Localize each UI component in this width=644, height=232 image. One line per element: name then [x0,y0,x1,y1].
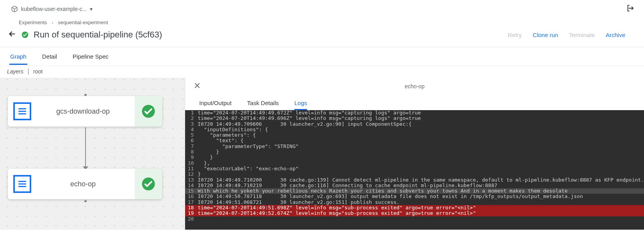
log-line[interactable]: 11 "executorLabel": "exec-echo-op" [185,166,644,171]
node-label: gcs-download-op [31,107,135,116]
log-line-text: }, [197,161,644,166]
log-line[interactable]: 20 [185,216,644,222]
divider [28,68,29,75]
log-line-text: "inputDefinitions": { [197,127,644,132]
panel-tab-io[interactable]: Input/Output [199,100,232,110]
check-circle-icon [141,104,155,118]
log-line-text: } [197,149,644,155]
log-line-number: 13 [185,177,197,183]
chevron-down-icon: ▾ [90,6,93,12]
archive-button[interactable]: Archive [606,32,625,38]
log-line[interactable]: 7 "parameterType": "STRING" [185,144,644,149]
layers-root[interactable]: root [33,68,43,75]
log-viewer[interactable]: 1time="2024-07-20T14:49:49.672Z" level=i… [185,110,644,230]
log-line-text: } [197,155,644,160]
log-line[interactable]: 15With which he yoketh your rebellious n… [185,188,644,194]
log-line-text: I0720 14:49:49.710200 30 cache.go:139] C… [197,177,644,183]
arrow-left-icon [8,30,16,38]
tab-graph[interactable]: Graph [9,48,27,65]
log-line-text: "executorLabel": "exec-echo-op" [197,166,644,171]
edge [85,127,86,168]
log-line[interactable]: 6 "text": { [185,138,644,143]
log-line-number: 12 [185,171,197,177]
log-line[interactable]: 10 }, [185,161,644,166]
retry-button: Retry [508,32,522,38]
log-line[interactable]: 1time="2024-07-20T14:49:49.672Z" level=i… [185,110,644,116]
log-line[interactable]: 13I0720 14:49:49.710200 30 cache.go:139]… [185,177,644,183]
log-line-number: 15 [185,188,197,194]
clone-run-button[interactable]: Clone run [533,32,558,38]
breadcrumb-experiment-name[interactable]: sequential-experiment [58,20,108,25]
panel-tab-logs[interactable]: Logs [294,100,307,110]
log-line[interactable]: 18time="2024-07-20T14:49:51.698Z" level=… [185,205,644,211]
panel-tabs: Input/Output Task Details Logs [185,95,644,110]
breadcrumb-experiments[interactable]: Experiments [19,20,47,25]
node-status [135,96,162,127]
log-line-number: 9 [185,155,197,160]
node-echo-op[interactable]: echo-op [8,169,162,199]
graph-canvas[interactable]: gcs-download-op echo-op [0,78,185,230]
back-button[interactable] [8,30,16,40]
edge-dot [84,200,87,202]
log-line[interactable]: 9 } [185,155,644,160]
log-line[interactable]: 19time="2024-07-20T14:49:52.674Z" level=… [185,211,644,216]
node-label: echo-op [31,180,135,188]
logout-button[interactable] [626,4,635,14]
layers-label: Layers [7,68,23,75]
log-line[interactable]: 16I0720 14:49:50.787118 30 launcher_v2.g… [185,194,644,199]
log-line-text: time="2024-07-20T14:49:51.698Z" level=in… [197,205,644,211]
log-line[interactable]: 14I0720 14:49:49.710219 30 cache.go:116]… [185,183,644,188]
main-tabs: Graph Detail Pipeline Spec [0,47,644,66]
log-line-text: "parameters": { [197,132,644,138]
log-line-text: "text": { [197,138,644,143]
log-line-text: With which he yoketh your rebellious nec… [197,188,644,194]
log-line-number: 19 [185,211,197,216]
log-line-number: 6 [185,138,197,143]
log-line-number: 16 [185,194,197,199]
log-line[interactable]: 12} [185,171,644,177]
log-line[interactable]: 8 } [185,149,644,155]
log-line[interactable]: 4 "inputDefinitions": { [185,127,644,132]
tab-detail[interactable]: Detail [41,48,58,65]
status-success-icon [21,31,29,39]
log-line-number: 3 [185,121,197,127]
log-line[interactable]: 17I0720 14:49:51.068721 30 launcher_v2.g… [185,200,644,205]
close-panel-button[interactable] [194,82,201,91]
log-line-text: I0720 14:49:49.710219 30 cache.go:116] C… [197,183,644,188]
log-line-number: 20 [185,216,197,222]
node-gcs-download-op[interactable]: gcs-download-op [8,96,162,127]
log-line-number: 17 [185,200,197,205]
log-line-text: I0720 14:49:51.068721 30 launcher_v2.go:… [197,200,644,205]
node-status [135,169,162,199]
log-line[interactable]: 5 "parameters": { [185,132,644,138]
log-line-text: I0720 14:49:49.709606 30 launcher_v2.go:… [197,121,644,127]
log-line-text: } [197,171,644,177]
log-line-number: 11 [185,166,197,171]
log-line-text: "parameterType": "STRING" [197,144,644,149]
terminate-button: Terminate [569,32,595,38]
log-line-number: 10 [185,161,197,166]
log-line-number: 2 [185,116,197,121]
title-bar: Run of sequential-pipeline (5cf63) Retry… [0,27,644,47]
log-line[interactable]: 3I0720 14:49:49.709606 30 launcher_v2.go… [185,121,644,127]
workspace: gcs-download-op echo-op echo-op Inp [0,78,644,230]
tab-pipeline-spec[interactable]: Pipeline Spec [72,48,109,65]
log-line-text [197,216,644,222]
component-icon [13,175,31,193]
log-line-number: 4 [185,127,197,132]
log-line-text: I0720 14:49:50.787118 30 launcher_v2.go:… [197,194,644,199]
log-line-text: time="2024-07-20T14:49:49.696Z" level=in… [197,116,644,121]
check-circle-icon [141,177,155,191]
log-line-number: 14 [185,183,197,188]
panel-tab-task-details[interactable]: Task Details [247,100,279,110]
namespace-label: kubeflow-user-example-c... [21,6,87,12]
log-line-text: time="2024-07-20T14:49:52.674Z" level=in… [197,211,644,216]
close-icon [194,82,201,89]
logout-icon [626,4,635,12]
log-line[interactable]: 2time="2024-07-20T14:49:49.696Z" level=i… [185,116,644,121]
page-title: Run of sequential-pipeline (5cf63) [34,30,162,40]
log-line-number: 1 [185,110,197,116]
log-line-text: time="2024-07-20T14:49:49.672Z" level=in… [197,110,644,116]
namespace-selector[interactable]: kubeflow-user-example-c... ▾ [11,5,93,12]
chevron-right-icon: › [52,20,53,25]
